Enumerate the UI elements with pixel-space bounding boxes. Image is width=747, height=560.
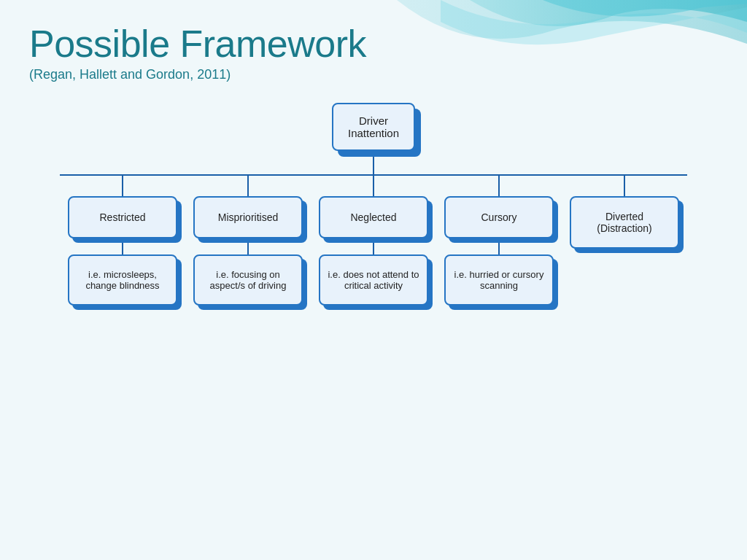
leaf-neglected: i.e. does not attend to critical activit… xyxy=(319,254,428,306)
node-neglected: Neglected xyxy=(319,196,428,238)
vline-cursory xyxy=(498,176,500,196)
vline-restricted xyxy=(122,176,123,196)
page-subtitle: (Regan, Hallett and Gordon, 2011) xyxy=(29,67,718,82)
node-neglected-box: Neglected xyxy=(319,196,428,238)
child-col-diverted: Diverted(Distraction) xyxy=(562,176,687,306)
framework-diagram: DriverInattention Restricted i.e. micros… xyxy=(29,103,718,306)
node-cursory: Cursory xyxy=(444,196,554,238)
vline-diverted xyxy=(624,176,625,196)
node-cursory-box: Cursory xyxy=(444,196,554,238)
main-content: Possible Framework (Regan, Hallett and G… xyxy=(0,0,747,320)
vline-neglected xyxy=(373,176,374,196)
node-restricted: Restricted xyxy=(68,196,177,238)
leaf-neglected-box: i.e. does not attend to critical activit… xyxy=(319,254,428,306)
h-connector-bar xyxy=(60,174,687,176)
child-col-cursory: Cursory i.e. hurried or cursory scanning xyxy=(436,176,562,306)
node-diverted-box: Diverted(Distraction) xyxy=(570,196,679,249)
children-row: Restricted i.e. microsleeps, change blin… xyxy=(60,176,687,306)
leaf-restricted-box: i.e. microsleeps, change blindness xyxy=(68,254,177,306)
child-col-misprioritised: Misprioritised i.e. focusing on aspect/s… xyxy=(185,176,311,306)
node-misprioritised: Misprioritised xyxy=(193,196,303,238)
leaf-cursory-box: i.e. hurried or cursory scanning xyxy=(444,254,554,306)
leaf-misprioritised: i.e. focusing on aspect/s of driving xyxy=(193,254,303,306)
leaf-restricted: i.e. microsleeps, change blindness xyxy=(68,254,177,306)
root-node: DriverInattention xyxy=(332,103,415,151)
page-title: Possible Framework xyxy=(29,22,718,66)
leaf-cursory: i.e. hurried or cursory scanning xyxy=(444,254,554,306)
child-col-restricted: Restricted i.e. microsleeps, change blin… xyxy=(60,176,185,306)
root-node-box: DriverInattention xyxy=(332,103,415,151)
vline-misprioritised xyxy=(247,176,249,196)
child-col-neglected: Neglected i.e. does not attend to critic… xyxy=(311,176,436,306)
node-diverted: Diverted(Distraction) xyxy=(570,196,679,249)
node-misprioritised-box: Misprioritised xyxy=(193,196,303,238)
leaf-misprioritised-box: i.e. focusing on aspect/s of driving xyxy=(193,254,303,306)
node-restricted-box: Restricted xyxy=(68,196,177,238)
